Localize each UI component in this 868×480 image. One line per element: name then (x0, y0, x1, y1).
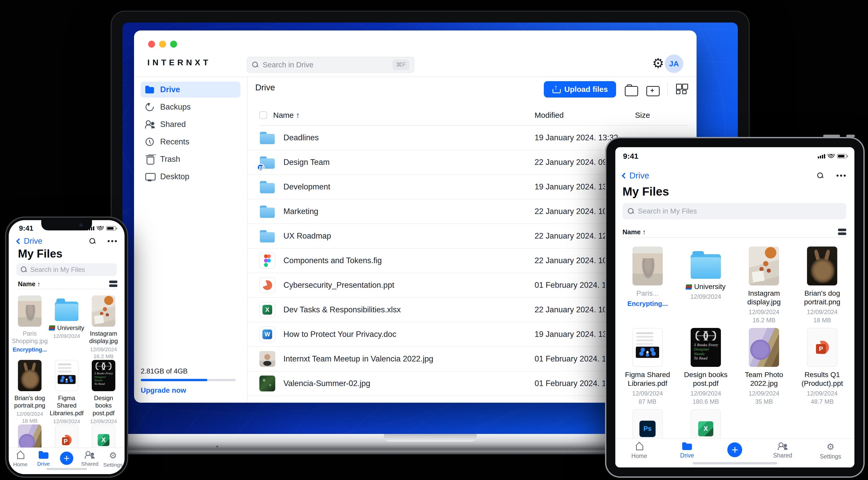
file-thumbnail (55, 302, 79, 321)
tab-add[interactable]: + (55, 451, 78, 474)
sort-ascending-icon: ↑ (37, 280, 40, 287)
file-card[interactable]: Figma Shared Libraries.pdf 12/09/2024 87… (622, 328, 673, 409)
file-card[interactable]: Brian's dog portrait.png 12/09/2024 18 M… (797, 246, 848, 328)
tab-shared[interactable]: Shared (78, 451, 101, 474)
sidebar-item-label: Trash (160, 155, 180, 164)
file-card[interactable] (691, 409, 721, 438)
sidebar: Drive Backups Shared Recents (134, 77, 248, 403)
more-options-icon[interactable] (107, 240, 117, 242)
upload-files-button[interactable]: Upload files (544, 81, 616, 98)
sidebar-item-trash[interactable]: Trash (141, 151, 240, 167)
upload-files-label: Upload files (564, 85, 608, 94)
battery-icon (837, 154, 847, 159)
file-name: Figma Shared Libraries.pdf (622, 370, 673, 388)
tab-drive[interactable]: Drive (32, 451, 55, 474)
tablet-search-input[interactable] (638, 207, 841, 215)
file-name: Paris... (636, 289, 659, 298)
sidebar-item-label: Shared (160, 120, 186, 129)
file-size: 87 MB (639, 398, 656, 405)
sidebar-item-drive[interactable]: Drive (141, 82, 240, 98)
search-icon[interactable] (817, 172, 824, 179)
file-size: 18 MB (22, 418, 38, 424)
column-header-name[interactable]: Name ↑ (273, 111, 300, 119)
books-emoji-icon (49, 325, 55, 331)
sidebar-item-backups[interactable]: Backups (141, 99, 240, 115)
home-indicator[interactable] (46, 468, 87, 470)
file-card[interactable]: Figma Shared Libraries.pdf 12/09/2024 87… (48, 360, 85, 424)
minimize-window-button[interactable] (159, 41, 166, 47)
search-icon[interactable] (89, 238, 96, 244)
list-view-toggle-icon[interactable] (109, 281, 117, 287)
back-to-drive-link[interactable]: Drive (622, 171, 649, 180)
drive-search-input[interactable] (263, 61, 389, 69)
tab-settings[interactable]: ⚙ Settings (806, 442, 855, 468)
sort-by-name[interactable]: Name ↑ (622, 228, 646, 236)
phone-search-bar[interactable] (17, 263, 117, 276)
column-header-size[interactable]: Size (635, 111, 650, 119)
file-card[interactable]: Instagram display.jpg 12/09/2024 16.2 MB (738, 246, 789, 328)
list-view-toggle-icon[interactable] (838, 229, 846, 235)
tab-settings[interactable]: ⚙ Settings (101, 451, 125, 474)
file-size: 16.2 MB (752, 317, 775, 324)
shared-badge-icon (257, 164, 265, 171)
file-name: University (686, 282, 725, 291)
tab-home[interactable]: Home (615, 442, 663, 468)
more-options-icon[interactable] (836, 174, 846, 177)
file-thumbnail (749, 328, 779, 367)
wifi-icon (828, 154, 834, 159)
file-name: Deadlines (283, 133, 319, 142)
tab-home[interactable]: Home (9, 451, 32, 474)
file-card[interactable]: Results Q1 (Product).ppt 12/09/2024 48.7… (797, 328, 848, 409)
add-file-button[interactable]: + (60, 452, 73, 465)
file-card[interactable]: University 12/09/2024 (686, 246, 725, 328)
sidebar-item-shared[interactable]: Shared (141, 116, 240, 132)
drive-search-bar[interactable]: ⌘F (247, 57, 414, 73)
drive-folder-icon (39, 451, 49, 459)
file-card[interactable]: 5 Books EveryDesigner NeedsTo Read Desig… (680, 328, 732, 409)
file-grid: Paris... Encrypting... University 12/09/… (618, 240, 851, 438)
file-card[interactable]: Instagram display.jpg 12/09/2024 16.2 MB (85, 296, 122, 360)
file-size: 18 MB (813, 317, 831, 324)
upload-folder-button[interactable] (624, 83, 638, 95)
tablet-search-bar[interactable] (622, 203, 846, 219)
app-header: INTERNXT ⌘F ⚙ JA (134, 31, 696, 77)
back-to-drive-link[interactable]: Drive (17, 237, 42, 246)
settings-gear-icon[interactable]: ⚙ (651, 56, 665, 70)
file-card[interactable] (18, 424, 41, 447)
grid-view-toggle-icon[interactable] (676, 84, 687, 95)
sidebar-item-recents[interactable]: Recents (141, 134, 240, 150)
column-header-modified[interactable]: Modified (535, 111, 563, 119)
back-label: Drive (629, 171, 649, 180)
file-card[interactable]: Paris Shopping.jpg Encrypting... (11, 296, 48, 360)
breadcrumb-title: Drive (255, 83, 275, 93)
file-card[interactable]: University 12/09/2024 (49, 296, 84, 360)
sort-by-name[interactable]: Name ↑ (18, 280, 40, 288)
file-card[interactable]: Team Photo 2022.jpg 12/09/2024 35 MB (738, 328, 789, 409)
file-thumbnail (632, 246, 663, 285)
sort-bar: Name ↑ (18, 279, 117, 289)
select-all-checkbox[interactable] (259, 111, 267, 119)
new-folder-button[interactable]: + (646, 83, 659, 95)
plus-glyph: + (646, 85, 658, 95)
sidebar-item-desktop[interactable]: Desktop (141, 169, 240, 184)
upgrade-now-link[interactable]: Upgrade now (141, 386, 236, 395)
file-card[interactable] (92, 424, 115, 447)
phone-search-input[interactable] (30, 266, 116, 274)
add-file-button[interactable]: + (727, 442, 742, 457)
file-grid: Paris Shopping.jpg Encrypting... Univers… (11, 290, 122, 447)
file-card[interactable]: Brian's dog portrait.png 12/09/2024 18 M… (11, 360, 48, 424)
file-name: Design books post.pdf (680, 370, 732, 388)
account-avatar[interactable]: JA (665, 55, 683, 73)
file-card[interactable] (632, 409, 663, 438)
file-card[interactable]: Paris... Encrypting... (627, 246, 668, 328)
toolbar-divider (667, 82, 668, 97)
file-date: 12/09/2024 (690, 293, 721, 300)
file-card[interactable] (55, 424, 79, 447)
file-card[interactable]: 5 Books EveryDesigner NeedsTo Read Desig… (85, 360, 122, 424)
file-size: 16.2 MB (94, 353, 114, 359)
close-window-button[interactable] (148, 41, 155, 47)
folder-icon (145, 85, 155, 95)
zoom-window-button[interactable] (170, 41, 177, 47)
file-date: 12/09/2024 (90, 418, 117, 424)
home-indicator[interactable] (693, 462, 777, 465)
